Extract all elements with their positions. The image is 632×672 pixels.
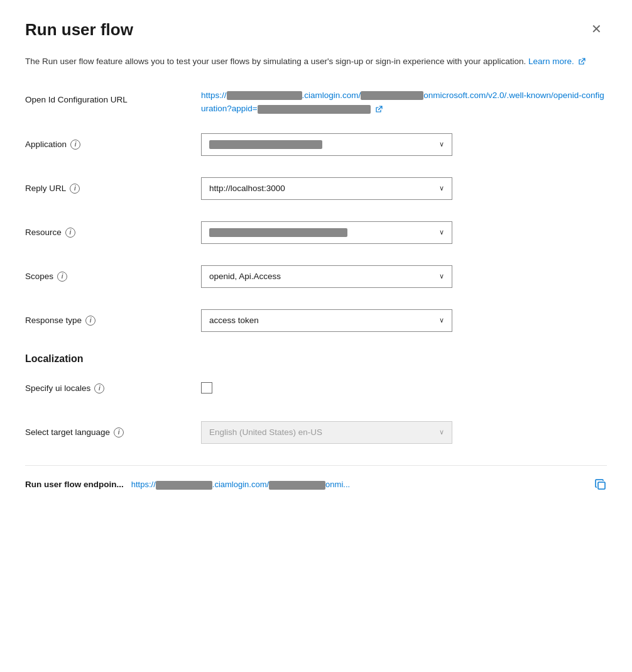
- close-button[interactable]: ✕: [586, 20, 607, 38]
- resource-info-icon[interactable]: i: [65, 228, 75, 238]
- footer-redacted-2: [269, 481, 325, 490]
- scopes-chevron-icon: ∨: [439, 272, 444, 280]
- application-value: ∨: [201, 133, 607, 156]
- select-target-language-info-icon[interactable]: i: [114, 427, 124, 438]
- response-type-info-icon[interactable]: i: [85, 316, 95, 326]
- reply-url-value: http://localhost:3000 ∨: [201, 177, 607, 200]
- redacted-1: [227, 91, 302, 100]
- svg-rect-0: [598, 482, 605, 489]
- openid-config-label: Open Id Configuration URL: [25, 89, 201, 104]
- specify-ui-locales-value: [201, 377, 607, 394]
- specify-ui-locales-row: Specify ui locales i: [25, 377, 607, 404]
- external-link-icon-2: [375, 106, 383, 113]
- footer-label: Run user flow endpoin...: [25, 480, 124, 489]
- learn-more-link[interactable]: Learn more.: [528, 57, 586, 66]
- select-target-language-value: English (United States) en-US ∨: [201, 421, 607, 444]
- response-type-label: Response type i: [25, 309, 201, 326]
- resource-chevron-icon: ∨: [439, 228, 444, 236]
- run-user-flow-endpoint-url[interactable]: https://.ciamlogin.com/onmi...: [131, 480, 587, 490]
- resource-dropdown[interactable]: ∨: [201, 221, 452, 244]
- panel-title: Run user flow: [25, 20, 133, 40]
- resource-label: Resource i: [25, 221, 201, 238]
- reply-url-info-icon[interactable]: i: [70, 184, 80, 194]
- description-text: The Run user flow feature allows you to …: [25, 55, 603, 69]
- redacted-2: [361, 91, 423, 100]
- resource-redacted: [209, 228, 347, 237]
- application-dropdown[interactable]: ∨: [201, 133, 452, 156]
- footer-row: Run user flow endpoin... https://.ciamlo…: [25, 465, 607, 491]
- localization-section: Localization Specify ui locales i Select…: [25, 353, 607, 448]
- reply-url-chevron-icon: ∨: [439, 184, 444, 192]
- response-type-dropdown[interactable]: access token ∨: [201, 309, 452, 332]
- select-target-language-row: Select target language i English (United…: [25, 421, 607, 448]
- select-target-language-label: Select target language i: [25, 421, 201, 438]
- panel-header: Run user flow ✕: [25, 20, 607, 40]
- copy-icon[interactable]: [594, 478, 607, 491]
- application-row: Application i ∨: [25, 133, 607, 160]
- openid-config-value: https://.ciamlogin.com/onmicrosoft.com/v…: [201, 89, 607, 116]
- application-label: Application i: [25, 133, 201, 150]
- openid-config-row: Open Id Configuration URL https://.ciaml…: [25, 89, 607, 116]
- application-redacted: [209, 140, 322, 149]
- specify-ui-locales-checkbox[interactable]: [201, 382, 212, 394]
- specify-ui-locales-label: Specify ui locales i: [25, 377, 201, 394]
- redacted-3: [258, 105, 371, 114]
- scopes-info-icon[interactable]: i: [57, 272, 67, 282]
- resource-value: ∨: [201, 221, 607, 244]
- reply-url-dropdown[interactable]: http://localhost:3000 ∨: [201, 177, 452, 200]
- reply-url-label: Reply URL i: [25, 177, 201, 194]
- form-section: Open Id Configuration URL https://.ciaml…: [25, 89, 607, 336]
- external-link-icon: [578, 58, 586, 65]
- response-type-value: access token ∨: [201, 309, 607, 332]
- specify-ui-locales-info-icon[interactable]: i: [94, 383, 104, 394]
- target-language-chevron-icon: ∨: [439, 428, 444, 436]
- response-type-row: Response type i access token ∨: [25, 309, 607, 336]
- application-chevron-icon: ∨: [439, 140, 444, 148]
- select-target-language-dropdown: English (United States) en-US ∨: [201, 421, 452, 444]
- footer-redacted-1: [156, 481, 212, 490]
- application-info-icon[interactable]: i: [70, 140, 80, 150]
- scopes-dropdown[interactable]: openid, Api.Access ∨: [201, 265, 452, 288]
- scopes-value: openid, Api.Access ∨: [201, 265, 607, 288]
- run-user-flow-panel: Run user flow ✕ The Run user flow featur…: [0, 0, 632, 672]
- scopes-row: Scopes i openid, Api.Access ∨: [25, 265, 607, 292]
- reply-url-row: Reply URL i http://localhost:3000 ∨: [25, 177, 607, 204]
- localization-heading: Localization: [25, 353, 607, 365]
- response-type-chevron-icon: ∨: [439, 316, 444, 324]
- openid-config-url[interactable]: https://.ciamlogin.com/onmicrosoft.com/v…: [201, 91, 604, 114]
- resource-row: Resource i ∨: [25, 221, 607, 248]
- scopes-label: Scopes i: [25, 265, 201, 282]
